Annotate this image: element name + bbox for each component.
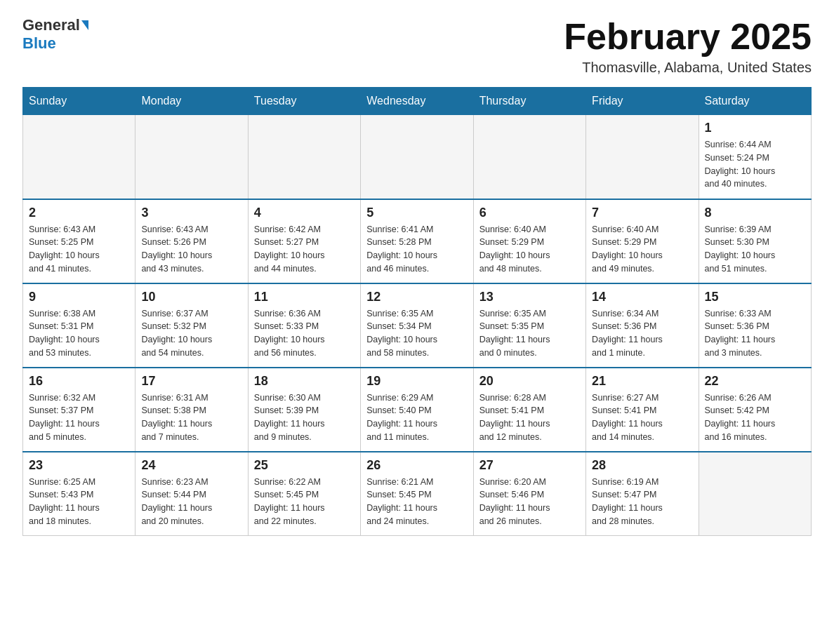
day-number: 21: [592, 374, 692, 389]
day-number: 27: [479, 458, 580, 473]
weekday-header-monday: Monday: [135, 88, 248, 115]
calendar-week-2: 2Sunrise: 6:43 AM Sunset: 5:25 PM Daylig…: [23, 199, 812, 283]
calendar-cell: 26Sunrise: 6:21 AM Sunset: 5:45 PM Dayli…: [361, 452, 473, 536]
day-number: 19: [366, 374, 467, 389]
calendar-cell: 13Sunrise: 6:35 AM Sunset: 5:35 PM Dayli…: [473, 283, 585, 368]
day-number: 14: [592, 290, 692, 304]
calendar-week-5: 23Sunrise: 6:25 AM Sunset: 5:43 PM Dayli…: [23, 452, 812, 536]
calendar-cell: 15Sunrise: 6:33 AM Sunset: 5:36 PM Dayli…: [699, 283, 811, 368]
day-number: 12: [366, 290, 467, 304]
calendar-cell: 20Sunrise: 6:28 AM Sunset: 5:41 PM Dayli…: [473, 368, 585, 452]
weekday-header-row: SundayMondayTuesdayWednesdayThursdayFrid…: [23, 88, 812, 115]
day-number: 3: [141, 206, 241, 220]
logo-arrow-icon: [81, 20, 88, 30]
day-number: 24: [141, 458, 241, 473]
calendar-cell: 2Sunrise: 6:43 AM Sunset: 5:25 PM Daylig…: [23, 199, 135, 283]
calendar-week-3: 9Sunrise: 6:38 AM Sunset: 5:31 PM Daylig…: [23, 283, 812, 368]
day-info: Sunrise: 6:37 AM Sunset: 5:32 PM Dayligh…: [141, 307, 241, 360]
day-number: 26: [366, 458, 467, 473]
day-info: Sunrise: 6:36 AM Sunset: 5:33 PM Dayligh…: [254, 307, 355, 360]
day-info: Sunrise: 6:19 AM Sunset: 5:47 PM Dayligh…: [592, 476, 692, 528]
day-info: Sunrise: 6:30 AM Sunset: 5:39 PM Dayligh…: [254, 391, 355, 444]
day-number: 2: [29, 206, 129, 220]
calendar-cell: [473, 115, 585, 199]
page-header: General Blue February 2025 Thomasville, …: [22, 17, 812, 76]
calendar-cell: 14Sunrise: 6:34 AM Sunset: 5:36 PM Dayli…: [586, 283, 699, 368]
calendar-week-1: 1Sunrise: 6:44 AM Sunset: 5:24 PM Daylig…: [23, 115, 812, 199]
day-number: 17: [141, 374, 241, 389]
day-number: 9: [29, 290, 129, 304]
calendar-cell: 27Sunrise: 6:20 AM Sunset: 5:46 PM Dayli…: [473, 452, 585, 536]
weekday-header-sunday: Sunday: [23, 88, 135, 115]
day-number: 4: [254, 206, 355, 220]
day-number: 23: [29, 458, 129, 473]
calendar-cell: 19Sunrise: 6:29 AM Sunset: 5:40 PM Dayli…: [361, 368, 473, 452]
day-number: 10: [141, 290, 241, 304]
day-info: Sunrise: 6:23 AM Sunset: 5:44 PM Dayligh…: [141, 476, 241, 528]
logo-general: General: [22, 17, 80, 34]
title-block: February 2025 Thomasville, Alabama, Unit…: [564, 17, 812, 76]
month-title: February 2025: [564, 17, 812, 57]
calendar-cell: 18Sunrise: 6:30 AM Sunset: 5:39 PM Dayli…: [248, 368, 360, 452]
day-number: 15: [705, 290, 805, 304]
calendar-cell: 12Sunrise: 6:35 AM Sunset: 5:34 PM Dayli…: [361, 283, 473, 368]
day-number: 18: [254, 374, 355, 389]
day-info: Sunrise: 6:40 AM Sunset: 5:29 PM Dayligh…: [479, 223, 580, 276]
location: Thomasville, Alabama, United States: [564, 60, 812, 76]
day-number: 1: [705, 121, 805, 135]
calendar-cell: 8Sunrise: 6:39 AM Sunset: 5:30 PM Daylig…: [699, 199, 811, 283]
day-info: Sunrise: 6:28 AM Sunset: 5:41 PM Dayligh…: [479, 391, 580, 444]
calendar-cell: [699, 452, 811, 536]
day-number: 22: [705, 374, 805, 389]
day-info: Sunrise: 6:26 AM Sunset: 5:42 PM Dayligh…: [705, 391, 805, 444]
weekday-header-saturday: Saturday: [699, 88, 811, 115]
day-number: 8: [705, 206, 805, 220]
calendar-cell: 5Sunrise: 6:41 AM Sunset: 5:28 PM Daylig…: [361, 199, 473, 283]
calendar-cell: 25Sunrise: 6:22 AM Sunset: 5:45 PM Dayli…: [248, 452, 360, 536]
day-info: Sunrise: 6:21 AM Sunset: 5:45 PM Dayligh…: [366, 476, 467, 528]
day-number: 11: [254, 290, 355, 304]
calendar-cell: 6Sunrise: 6:40 AM Sunset: 5:29 PM Daylig…: [473, 199, 585, 283]
calendar-cell: 22Sunrise: 6:26 AM Sunset: 5:42 PM Dayli…: [699, 368, 811, 452]
calendar-cell: 9Sunrise: 6:38 AM Sunset: 5:31 PM Daylig…: [23, 283, 135, 368]
day-info: Sunrise: 6:35 AM Sunset: 5:34 PM Dayligh…: [366, 307, 467, 360]
calendar-cell: [586, 115, 699, 199]
calendar-cell: [361, 115, 473, 199]
day-info: Sunrise: 6:43 AM Sunset: 5:25 PM Dayligh…: [29, 223, 129, 276]
day-number: 16: [29, 374, 129, 389]
day-info: Sunrise: 6:32 AM Sunset: 5:37 PM Dayligh…: [29, 391, 129, 444]
day-info: Sunrise: 6:34 AM Sunset: 5:36 PM Dayligh…: [592, 307, 692, 360]
day-info: Sunrise: 6:44 AM Sunset: 5:24 PM Dayligh…: [705, 138, 805, 191]
day-info: Sunrise: 6:31 AM Sunset: 5:38 PM Dayligh…: [141, 391, 241, 444]
weekday-header-tuesday: Tuesday: [248, 88, 360, 115]
day-number: 28: [592, 458, 692, 473]
weekday-header-thursday: Thursday: [473, 88, 585, 115]
day-info: Sunrise: 6:39 AM Sunset: 5:30 PM Dayligh…: [705, 223, 805, 276]
day-info: Sunrise: 6:41 AM Sunset: 5:28 PM Dayligh…: [366, 223, 467, 276]
day-info: Sunrise: 6:33 AM Sunset: 5:36 PM Dayligh…: [705, 307, 805, 360]
calendar-cell: 11Sunrise: 6:36 AM Sunset: 5:33 PM Dayli…: [248, 283, 360, 368]
day-number: 7: [592, 206, 692, 220]
day-info: Sunrise: 6:29 AM Sunset: 5:40 PM Dayligh…: [366, 391, 467, 444]
logo-blue: Blue: [22, 35, 56, 52]
calendar-cell: 4Sunrise: 6:42 AM Sunset: 5:27 PM Daylig…: [248, 199, 360, 283]
day-info: Sunrise: 6:40 AM Sunset: 5:29 PM Dayligh…: [592, 223, 692, 276]
calendar-cell: 17Sunrise: 6:31 AM Sunset: 5:38 PM Dayli…: [135, 368, 248, 452]
day-info: Sunrise: 6:35 AM Sunset: 5:35 PM Dayligh…: [479, 307, 580, 360]
day-info: Sunrise: 6:38 AM Sunset: 5:31 PM Dayligh…: [29, 307, 129, 360]
calendar-cell: [23, 115, 135, 199]
calendar-cell: [135, 115, 248, 199]
weekday-header-friday: Friday: [586, 88, 699, 115]
calendar-cell: 24Sunrise: 6:23 AM Sunset: 5:44 PM Dayli…: [135, 452, 248, 536]
calendar-cell: 7Sunrise: 6:40 AM Sunset: 5:29 PM Daylig…: [586, 199, 699, 283]
weekday-header-wednesday: Wednesday: [361, 88, 473, 115]
day-info: Sunrise: 6:42 AM Sunset: 5:27 PM Dayligh…: [254, 223, 355, 276]
day-number: 5: [366, 206, 467, 220]
day-number: 25: [254, 458, 355, 473]
calendar-week-4: 16Sunrise: 6:32 AM Sunset: 5:37 PM Dayli…: [23, 368, 812, 452]
calendar-cell: [248, 115, 360, 199]
calendar-cell: 10Sunrise: 6:37 AM Sunset: 5:32 PM Dayli…: [135, 283, 248, 368]
calendar-cell: 3Sunrise: 6:43 AM Sunset: 5:26 PM Daylig…: [135, 199, 248, 283]
calendar-cell: 23Sunrise: 6:25 AM Sunset: 5:43 PM Dayli…: [23, 452, 135, 536]
day-info: Sunrise: 6:25 AM Sunset: 5:43 PM Dayligh…: [29, 476, 129, 528]
